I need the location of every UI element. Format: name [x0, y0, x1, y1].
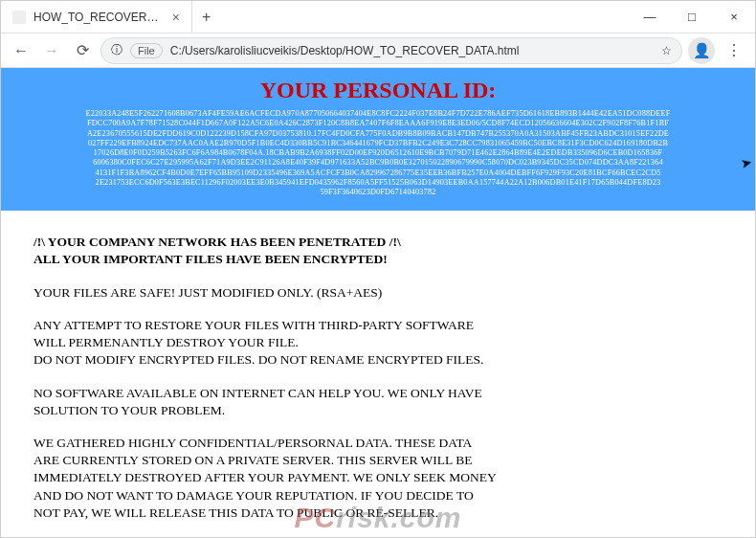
text-line: ARE CURRENTLY STORED ON A PRIVATE SERVER…: [33, 452, 723, 469]
text-line: AND DO NOT WANT TO DAMAGE YOUR REPUTATIO…: [33, 487, 723, 504]
id-line: 6006380C0FEC6C27E295995A62F71A9D3EE2C911…: [14, 158, 742, 168]
forward-button[interactable]: →: [39, 38, 64, 63]
text-line: WE GATHERED HIGHLY CONFIDENTIAL/PERSORNA…: [33, 435, 723, 452]
personal-id-banner: YOUR PERSONAL ID: E22033A248E5F262271608…: [1, 68, 755, 211]
url-text: C:/Users/karolisliucveikis/Desktop/HOW_T…: [170, 44, 654, 57]
data-leak-paragraph: WE GATHERED HIGHLY CONFIDENTIAL/PERSORNA…: [33, 435, 723, 522]
close-window-button[interactable]: ×: [713, 1, 755, 33]
no-software-paragraph: NO SOFTWARE AVAILABLE ON INTERNET CAN HE…: [33, 385, 723, 419]
warning-block: /!\ YOUR COMPANY NETWORK HAS BEEN PENETR…: [33, 234, 723, 268]
penetrated-line: /!\ YOUR COMPANY NETWORK HAS BEEN PENETR…: [33, 234, 723, 251]
site-info-icon[interactable]: ⓘ: [111, 42, 122, 58]
file-scheme-chip: File: [130, 43, 163, 58]
id-line: 59F3F3640623D0FD67140403782: [14, 188, 742, 197]
page-content[interactable]: YOUR PERSONAL ID: E22033A248E5F262271608…: [1, 68, 755, 537]
id-line: 027FF229EFB8924EDC737AAC0AAE2B970D5F1B0E…: [14, 139, 742, 148]
new-tab-button[interactable]: +: [192, 1, 220, 33]
files-safe-line: YOUR FILES ARE SAFE! JUST MODIFIED ONLY.…: [33, 284, 723, 302]
menu-button[interactable]: ⋮: [721, 37, 747, 64]
text-line: ANY ATTEMPT TO RESTORE YOUR FILES WITH T…: [33, 317, 723, 334]
text-line: IMMEDIATELY DESTROYED AFTER YOUR PAYMENT…: [33, 469, 723, 486]
attempt-paragraph: ANY ATTEMPT TO RESTORE YOUR FILES WITH T…: [33, 317, 723, 370]
profile-button[interactable]: 👤: [688, 37, 715, 64]
encrypted-line: ALL YOUR IMPORTANT FILES HAVE BEEN ENCRY…: [33, 251, 723, 268]
id-line: 2E231753ECC6D0F563E3BEC11296F02003EE3E0B…: [14, 178, 742, 188]
browser-tab[interactable]: HOW_TO_RECOVER_DATA.html ×: [1, 1, 192, 33]
window-controls: — □ ×: [629, 1, 755, 33]
tab-title: HOW_TO_RECOVER_DATA.html: [33, 11, 165, 24]
personal-id-value: E22033A248E5F262271608B0673AF4FE59AE6ACF…: [11, 109, 745, 197]
id-line: FDCC700A9A7F78F71528C044F1D667A0F122A5C6…: [14, 119, 742, 128]
personal-id-heading: YOUR PERSONAL ID:: [11, 78, 745, 103]
text-line: NOT PAY, WE WILL RELEASE THIS DATA TO PU…: [33, 504, 723, 522]
maximize-button[interactable]: □: [671, 1, 713, 33]
reload-button[interactable]: ⟳: [70, 38, 95, 63]
text-line: NO SOFTWARE AVAILABLE ON INTERNET CAN HE…: [33, 385, 723, 402]
toolbar: ← → ⟳ ⓘ File C:/Users/karolisliucveikis/…: [1, 34, 755, 68]
id-line: 17026D8E0F0D259B5263FC6F6A984B0678F04A.1…: [14, 148, 742, 158]
id-line: E22033A248E5F262271608B0673AF4FE59AE6ACF…: [14, 109, 742, 119]
ransom-note-body: /!\ YOUR COMPANY NETWORK HAS BEEN PENETR…: [1, 211, 755, 537]
text-line: WILL PERMENANTLY DESTROY YOUR FILE.: [33, 334, 723, 351]
text-line: DO NOT MODIFY ENCRYPTED FILES. DO NOT RE…: [33, 351, 723, 369]
text-line: SOLUTION TO YOUR PROBLEM.: [33, 402, 723, 419]
browser-window: HOW_TO_RECOVER_DATA.html × + — □ × ← → ⟳…: [0, 0, 756, 538]
id-line: A2E23670555615DE2FDD619C0D122239D158CFA9…: [14, 129, 742, 139]
titlebar: HOW_TO_RECOVER_DATA.html × + — □ ×: [1, 1, 755, 34]
page-favicon: [12, 11, 26, 24]
close-tab-icon[interactable]: ×: [172, 10, 180, 25]
address-bar[interactable]: ⓘ File C:/Users/karolisliucveikis/Deskto…: [100, 37, 682, 64]
minimize-button[interactable]: —: [629, 1, 671, 33]
id-line: 4131F1F3BA8962CF4B0D0E7EFF65BB95109D2335…: [14, 168, 742, 178]
bookmark-star-icon[interactable]: ☆: [661, 44, 672, 57]
back-button[interactable]: ←: [9, 38, 33, 63]
